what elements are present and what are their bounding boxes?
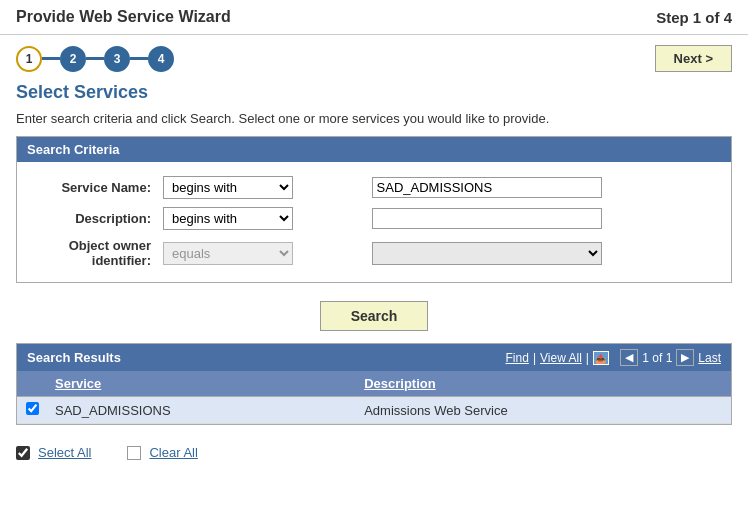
results-table-header-row: Service Description xyxy=(17,371,731,397)
step-connector-2 xyxy=(86,57,104,60)
search-criteria-section: Search Criteria Service Name: begins wit… xyxy=(16,136,732,283)
object-owner-row: Object owneridentifier: equals xyxy=(27,234,721,272)
wizard-step: Step 1 of 4 xyxy=(656,9,732,26)
last-link[interactable]: Last xyxy=(698,351,721,365)
select-actions: Select All Clear All xyxy=(0,435,748,470)
step-connector-3 xyxy=(130,57,148,60)
step-4[interactable]: 4 xyxy=(148,46,174,72)
row-service: SAD_ADMISSIONS xyxy=(47,397,356,424)
service-name-value-cell xyxy=(366,172,721,203)
service-name-row: Service Name: begins with equals contain… xyxy=(27,172,721,203)
find-link[interactable]: Find xyxy=(506,351,529,365)
row-description: Admissions Web Service xyxy=(356,397,731,424)
object-owner-condition-select[interactable]: equals xyxy=(163,242,293,265)
results-title: Search Results xyxy=(27,350,121,365)
search-criteria-header: Search Criteria xyxy=(17,137,731,162)
pagination-info: 1 of 1 xyxy=(642,351,672,365)
row-checkbox[interactable] xyxy=(26,402,39,415)
step-connector-1 xyxy=(42,57,60,60)
description-column-header: Description xyxy=(356,371,731,397)
description-sort-link[interactable]: Description xyxy=(364,376,436,391)
results-pagination-bar: Find | View All | 📤 ◀ 1 of 1 ▶ Last xyxy=(506,349,721,366)
wizard-nav: 1 2 3 4 Next > xyxy=(0,35,748,78)
page-description: Enter search criteria and click Search. … xyxy=(0,109,748,136)
table-row: SAD_ADMISSIONS Admissions Web Service xyxy=(17,397,731,424)
description-input[interactable] xyxy=(372,208,602,229)
description-label: Description: xyxy=(27,203,157,234)
service-sort-link[interactable]: Service xyxy=(55,376,101,391)
service-name-label: Service Name: xyxy=(27,172,157,203)
object-owner-condition-cell: equals xyxy=(157,234,366,272)
search-results-section: Search Results Find | View All | 📤 ◀ 1 o… xyxy=(16,343,732,425)
object-owner-dropdown[interactable] xyxy=(372,242,602,265)
first-page-button[interactable]: ◀ xyxy=(620,349,638,366)
first-label xyxy=(613,351,616,365)
check-column-header xyxy=(17,371,47,397)
results-header: Search Results Find | View All | 📤 ◀ 1 o… xyxy=(17,344,731,371)
select-all-checkbox[interactable] xyxy=(16,446,30,460)
description-value-cell xyxy=(366,203,721,234)
description-condition-select[interactable]: begins with equals contains xyxy=(163,207,293,230)
wizard-title: Provide Web Service Wizard xyxy=(16,8,231,26)
view-all-link[interactable]: View All xyxy=(540,351,582,365)
search-button-row: Search xyxy=(0,293,748,343)
criteria-table: Service Name: begins with equals contain… xyxy=(27,172,721,272)
clear-all-link[interactable]: Clear All xyxy=(149,445,197,460)
search-button[interactable]: Search xyxy=(320,301,429,331)
step-3[interactable]: 3 xyxy=(104,46,130,72)
step-1[interactable]: 1 xyxy=(16,46,42,72)
search-criteria-body: Service Name: begins with equals contain… xyxy=(17,162,731,282)
description-row: Description: begins with equals contains xyxy=(27,203,721,234)
service-name-condition-select[interactable]: begins with equals contains xyxy=(163,176,293,199)
service-column-header: Service xyxy=(47,371,356,397)
object-owner-value-cell xyxy=(366,234,721,272)
page-header: Provide Web Service Wizard Step 1 of 4 xyxy=(0,0,748,35)
service-name-input[interactable] xyxy=(372,177,602,198)
export-icon[interactable]: 📤 xyxy=(593,351,609,365)
clear-all-checkbox-visual xyxy=(127,446,141,460)
object-owner-label: Object owneridentifier: xyxy=(27,234,157,272)
next-button[interactable]: Next > xyxy=(655,45,732,72)
step-2[interactable]: 2 xyxy=(60,46,86,72)
last-page-button[interactable]: ▶ xyxy=(676,349,694,366)
service-name-condition-cell: begins with equals contains xyxy=(157,172,366,203)
select-all-link[interactable]: Select All xyxy=(38,445,91,460)
row-checkbox-cell xyxy=(17,397,47,424)
wizard-steps: 1 2 3 4 xyxy=(16,46,174,72)
results-table: Service Description SAD_ADMISSIONS Admis… xyxy=(17,371,731,424)
page-title: Select Services xyxy=(0,78,748,109)
description-condition-cell: begins with equals contains xyxy=(157,203,366,234)
